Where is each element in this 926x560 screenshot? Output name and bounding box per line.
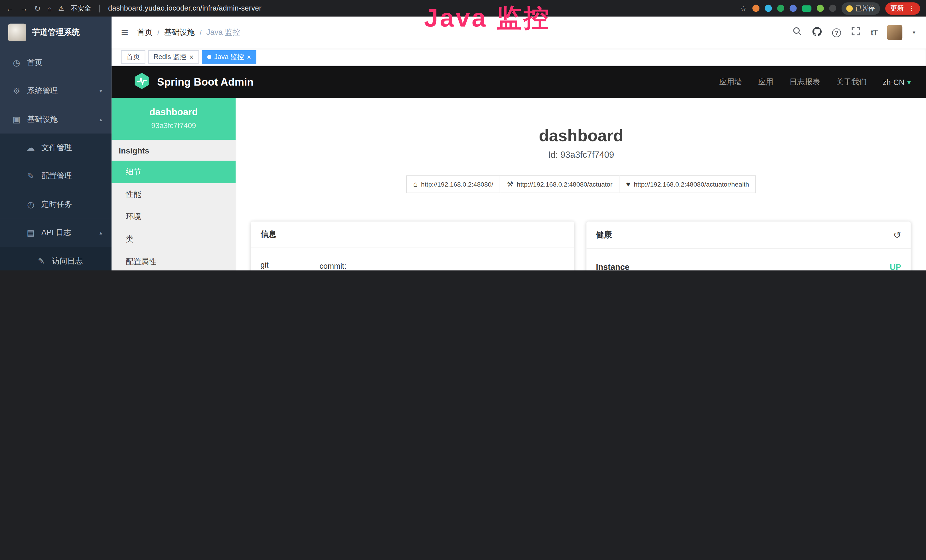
sidebar-item-label: 定时任务 bbox=[41, 199, 72, 210]
health-instance-label: Instance bbox=[596, 262, 629, 271]
extension-icon[interactable] bbox=[802, 5, 811, 12]
browser-home-icon[interactable]: ⌂ bbox=[47, 5, 51, 12]
extension-icon[interactable] bbox=[817, 5, 824, 12]
edit-icon: ✎ bbox=[26, 171, 35, 181]
instance-name: dashboard bbox=[117, 107, 231, 118]
info-card-title: 信息 bbox=[260, 229, 276, 240]
sba-brand-title[interactable]: Spring Boot Admin bbox=[157, 76, 254, 88]
breadcrumb-home[interactable]: 首页 bbox=[137, 27, 153, 38]
cloud-icon: ☁ bbox=[26, 143, 35, 152]
sidebar-item-label: 访问日志 bbox=[52, 256, 83, 266]
instance-header[interactable]: dashboard 93a3fc7f7409 bbox=[112, 98, 236, 140]
instance-id: 93a3fc7f7409 bbox=[117, 122, 231, 130]
breadcrumb-section[interactable]: 基础设施 bbox=[164, 27, 195, 38]
paused-badge[interactable]: 已暂停 bbox=[841, 2, 880, 14]
locale-label: zh-CN bbox=[883, 77, 904, 86]
extension-icon[interactable] bbox=[829, 5, 836, 12]
app-logo[interactable]: 芋道管理系统 bbox=[0, 17, 112, 48]
sba-locale-select[interactable]: zh-CN ▾ bbox=[883, 77, 911, 86]
chevron-up-icon: ▴ bbox=[100, 230, 102, 236]
info-key: git bbox=[260, 260, 319, 271]
git-commit-line: commit: bbox=[319, 260, 403, 271]
health-status-badge: UP bbox=[890, 262, 901, 271]
sba-item-metrics[interactable]: 性能 bbox=[112, 183, 236, 206]
menu-dots-icon[interactable]: ⋮ bbox=[908, 4, 915, 12]
clock-icon: ◴ bbox=[26, 200, 35, 209]
chevron-up-icon: ▴ bbox=[100, 117, 102, 123]
sidebar-item-system-mgmt[interactable]: ⚙ 系统管理 ▾ bbox=[0, 77, 112, 105]
font-size-icon[interactable]: tT bbox=[871, 28, 877, 37]
sba-item-config-props[interactable]: 配置属性 bbox=[112, 250, 236, 271]
link-label: http://192.168.0.2:48080/actuator/health bbox=[634, 181, 749, 188]
breadcrumb-separator: / bbox=[157, 28, 159, 37]
sidebar-item-scheduled-tasks[interactable]: ◴ 定时任务 bbox=[0, 190, 112, 218]
health-card: 健康 ↺ Instance UP bbox=[586, 222, 911, 271]
sidebar-item-api-logs[interactable]: ▤ API 日志 ▴ bbox=[0, 218, 112, 247]
service-url-link[interactable]: ⌂ http://192.168.0.2:48080/ bbox=[406, 176, 500, 193]
sidebar-item-file-mgmt[interactable]: ☁ 文件管理 bbox=[0, 133, 112, 162]
smiley-icon bbox=[846, 5, 852, 12]
search-icon[interactable] bbox=[793, 27, 802, 38]
extension-icon[interactable] bbox=[790, 5, 796, 12]
history-icon[interactable]: ↺ bbox=[893, 229, 901, 240]
heart-icon: ♥ bbox=[626, 180, 630, 189]
security-label[interactable]: 不安全 bbox=[71, 4, 91, 12]
app-sidebar: 芋道管理系统 ◷ 首页 ⚙ 系统管理 ▾ ▣ 基础设施 ▴ ☁ 文件管理 ✎ bbox=[0, 17, 112, 271]
tab-java-monitor[interactable]: Java 监控 × bbox=[202, 50, 256, 64]
tab-close-icon[interactable]: × bbox=[189, 53, 194, 61]
back-icon[interactable]: ← bbox=[6, 5, 14, 12]
tab-label: 首页 bbox=[126, 53, 140, 61]
health-url-link[interactable]: ♥ http://192.168.0.2:48080/actuator/heal… bbox=[619, 176, 756, 193]
tab-redis-monitor[interactable]: Redis 监控 × bbox=[148, 50, 199, 64]
info-git-row: git commit: time: 1596289704000 id: 27aa… bbox=[260, 253, 564, 271]
page-title: dashboard bbox=[236, 126, 926, 145]
sba-nav-applications[interactable]: 应用 bbox=[758, 77, 773, 87]
sidebar-item-home[interactable]: ◷ 首页 bbox=[0, 48, 112, 77]
logo-avatar bbox=[8, 24, 26, 41]
github-icon[interactable] bbox=[812, 26, 822, 38]
sidebar-item-label: 系统管理 bbox=[27, 86, 58, 96]
sba-item-classes[interactable]: 类 bbox=[112, 228, 236, 250]
health-instance-row[interactable]: Instance UP bbox=[596, 253, 901, 271]
help-icon[interactable]: ? bbox=[832, 28, 841, 37]
tab-label: Java 监控 bbox=[214, 53, 244, 61]
sba-nav-about[interactable]: 关于我们 bbox=[836, 77, 867, 87]
sidebar-item-config-mgmt[interactable]: ✎ 配置管理 bbox=[0, 162, 112, 190]
sba-sidebar: dashboard 93a3fc7f7409 Insights 细节 性能 环境… bbox=[112, 98, 236, 271]
insights-group: Insights 细节 性能 环境 类 配置属性 计划任务 bbox=[112, 140, 236, 271]
forward-icon[interactable]: → bbox=[20, 5, 28, 12]
sidebar-item-label: API 日志 bbox=[41, 227, 71, 238]
extension-icon[interactable] bbox=[752, 5, 759, 12]
url-text[interactable]: dashboard.yudao.iocoder.cn/infra/admin-s… bbox=[108, 4, 262, 12]
sba-logo-icon bbox=[133, 72, 151, 92]
sba-main: dashboard Id: 93a3fc7f7409 ⌂ http://192.… bbox=[236, 98, 926, 271]
sba-item-details[interactable]: 细节 bbox=[112, 160, 236, 183]
bookmark-star-icon[interactable]: ☆ bbox=[740, 5, 747, 12]
instance-links: ⌂ http://192.168.0.2:48080/ ⚒ http://192… bbox=[236, 176, 926, 193]
tags-view-bar: 首页 Redis 监控 × Java 监控 × bbox=[112, 48, 926, 66]
sba-nav-journal[interactable]: 日志报表 bbox=[790, 77, 820, 87]
sidebar-item-label: 首页 bbox=[27, 58, 42, 68]
home-icon: ⌂ bbox=[413, 180, 418, 189]
tab-close-icon[interactable]: × bbox=[247, 53, 251, 61]
monitor-icon: ▣ bbox=[12, 115, 21, 124]
link-label: http://192.168.0.2:48080/ bbox=[421, 181, 493, 188]
tab-home[interactable]: 首页 bbox=[121, 50, 145, 64]
extension-icon[interactable] bbox=[777, 5, 784, 12]
locale-caret-icon: ▾ bbox=[908, 78, 911, 86]
sidebar-item-infrastructure[interactable]: ▣ 基础设施 ▴ bbox=[0, 105, 112, 133]
update-button[interactable]: 更新 ⋮ bbox=[885, 2, 920, 14]
reload-icon[interactable]: ↻ bbox=[34, 5, 41, 12]
sba-item-environment[interactable]: 环境 bbox=[112, 206, 236, 228]
sba-header: Spring Boot Admin 应用墙 应用 日志报表 关于我们 zh-CN… bbox=[112, 66, 926, 98]
avatar-caret-icon[interactable]: ▾ bbox=[912, 30, 915, 36]
fullscreen-icon[interactable] bbox=[851, 27, 861, 38]
actuator-url-link[interactable]: ⚒ http://192.168.0.2:48080/actuator bbox=[500, 176, 619, 193]
user-avatar[interactable] bbox=[887, 25, 903, 40]
sidebar-item-access-logs[interactable]: ✎ 访问日志 bbox=[0, 247, 112, 271]
extension-icon[interactable] bbox=[764, 5, 772, 12]
divider bbox=[99, 5, 100, 12]
screenshot-root: ← → ↻ ⌂ ⚠ 不安全 dashboard.yudao.iocoder.cn… bbox=[0, 0, 926, 271]
hamburger-icon[interactable]: ≡ bbox=[121, 26, 128, 40]
sba-nav-wallboard[interactable]: 应用墙 bbox=[719, 77, 742, 87]
